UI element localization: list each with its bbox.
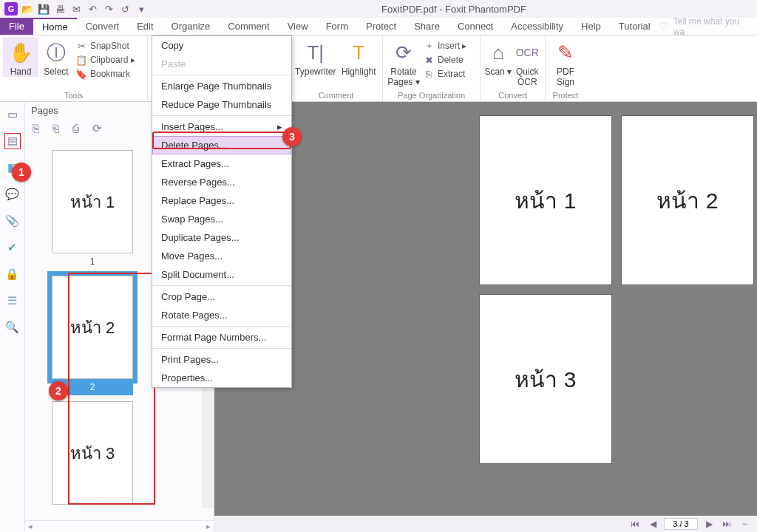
context-menu: Copy Paste Enlarge Page Thumbnails Reduc…: [152, 35, 292, 388]
work-area: ▭ ▤ ◧ 💬 📎 ✔ 🔒 ☰ 🔍 Pages ⎘ ⎗ ⎙ ⟳ หน้า 1 1…: [0, 102, 757, 532]
snapshot-button[interactable]: ✂SnapShot: [74, 39, 137, 52]
ctx-enlarge-thumbs[interactable]: Enlarge Page Thumbnails: [152, 77, 291, 95]
save-icon[interactable]: 💾: [37, 2, 50, 16]
thumbnail-1[interactable]: หน้า 1: [52, 150, 133, 253]
hand-button[interactable]: ✋ Hand: [3, 37, 38, 77]
snapshot-icon: ✂: [75, 40, 87, 52]
ctx-copy[interactable]: Copy: [152, 36, 291, 55]
signatures-panel-icon[interactable]: ✔: [4, 239, 21, 256]
tab-comment[interactable]: Comment: [219, 18, 278, 35]
page-3[interactable]: หน้า 3: [479, 294, 612, 464]
pdf-sign-button[interactable]: ✎PDF Sign: [549, 37, 583, 87]
clipboard-button[interactable]: 📋Clipboard ▸: [74, 53, 137, 66]
tab-view[interactable]: View: [279, 18, 317, 35]
scan-icon: ⌂: [483, 38, 513, 66]
rotate-page-icon[interactable]: ⟳: [92, 122, 102, 135]
scan-button[interactable]: ⌂Scan ▾: [483, 37, 513, 77]
tell-me-search[interactable]: ♡ Tell me what you wa: [659, 18, 757, 35]
scroll-right-icon[interactable]: ▸: [206, 522, 211, 531]
pages-panel-icon[interactable]: ▤: [4, 133, 21, 149]
ocr-icon: OCR: [513, 38, 543, 66]
submenu-arrow-icon: ▸: [277, 121, 282, 132]
zoom-out-icon[interactable]: −: [738, 519, 751, 529]
tab-file[interactable]: File: [0, 18, 33, 35]
tab-home[interactable]: Home: [33, 18, 77, 35]
ctx-swap-pages[interactable]: Swap Pages...: [152, 210, 291, 228]
page-number-input[interactable]: [664, 518, 698, 530]
redo-icon[interactable]: ↷: [102, 2, 115, 16]
document-canvas[interactable]: หน้า 1 หน้า 2 หน้า 3 ⏮ ◀ ▶ ⏭ −: [214, 102, 757, 532]
print-icon[interactable]: 🖶: [53, 2, 67, 16]
status-bar: ⏮ ◀ ▶ ⏭ −: [214, 516, 757, 532]
ctx-replace-pages[interactable]: Replace Pages...: [152, 191, 291, 210]
open-icon[interactable]: 📂: [21, 2, 34, 16]
next-page-icon[interactable]: ▶: [702, 519, 716, 529]
highlight-button[interactable]: THighlight: [338, 37, 379, 77]
hand-label: Hand: [3, 66, 38, 77]
ctx-rotate-pages[interactable]: Rotate Pages...: [152, 306, 291, 324]
window-title: FoxitPDF.pdf - Foxit PhantomPDF: [151, 4, 757, 15]
quick-ocr-button[interactable]: OCRQuick OCR: [513, 37, 543, 87]
extract-pages-button[interactable]: ⎘Extract: [421, 67, 468, 81]
tab-form[interactable]: Form: [317, 18, 357, 35]
ctx-duplicate-pages[interactable]: Duplicate Pages...: [152, 228, 291, 247]
protect-group-label: Protect: [549, 91, 583, 101]
ctx-reverse-pages[interactable]: Reverse Pages...: [152, 173, 291, 191]
tab-accessibility[interactable]: Accessibility: [502, 18, 572, 35]
callout-2: 2: [49, 381, 68, 400]
tab-protect[interactable]: Protect: [357, 18, 405, 35]
last-page-icon[interactable]: ⏭: [720, 519, 733, 529]
highlight-icon: T: [338, 38, 379, 66]
page-1[interactable]: หน้า 1: [479, 115, 612, 285]
insert-page-icon[interactable]: ⎘: [33, 122, 39, 135]
typewriter-icon: T|: [293, 38, 338, 66]
extract-page-icon[interactable]: ⎙: [72, 122, 79, 135]
quick-access-toolbar: G 📂 💾 🖶 ✉ ↶ ↷ ↺ ▾ FoxitPDF.pdf - Foxit P…: [0, 0, 757, 18]
ctx-paste: Paste: [152, 55, 291, 73]
hand-small-icon[interactable]: ↺: [118, 2, 132, 16]
fields-panel-icon[interactable]: ☰: [4, 293, 21, 309]
tab-connect[interactable]: Connect: [449, 18, 502, 35]
attachments-panel-icon[interactable]: 📎: [4, 213, 21, 229]
ctx-crop-page[interactable]: Crop Page...: [152, 287, 291, 306]
search-panel-icon[interactable]: 🔍: [4, 319, 21, 335]
prev-page-icon[interactable]: ◀: [646, 519, 659, 529]
scroll-left-icon[interactable]: ◂: [28, 522, 33, 531]
tab-tutorial[interactable]: Tutorial: [610, 18, 659, 35]
ctx-delete-pages[interactable]: Delete Pages...: [152, 136, 291, 154]
first-page-icon[interactable]: ⏮: [628, 519, 642, 529]
hand-icon: ✋: [3, 38, 38, 66]
undo-icon[interactable]: ↶: [86, 2, 99, 16]
typewriter-button[interactable]: T|Typewriter: [293, 37, 338, 77]
tab-convert[interactable]: Convert: [77, 18, 129, 35]
bookmark-button[interactable]: 🔖Bookmark: [74, 67, 137, 81]
tab-share[interactable]: Share: [405, 18, 449, 35]
delete-pages-button[interactable]: ✖Delete: [421, 53, 468, 66]
insert-pages-button[interactable]: ＋Insert ▸: [421, 39, 468, 52]
ctx-format-page-numbers[interactable]: Format Page Numbers...: [152, 328, 291, 347]
page-2[interactable]: หน้า 2: [621, 115, 754, 285]
menubar: File Home Convert Edit Organize Comment …: [0, 18, 757, 35]
tab-help[interactable]: Help: [572, 18, 610, 35]
security-panel-icon[interactable]: 🔒: [4, 266, 21, 282]
comments-panel-icon[interactable]: 💬: [4, 186, 21, 202]
select-button[interactable]: Ⓘ Select: [38, 37, 74, 77]
thumbnail-2[interactable]: หน้า 2: [52, 276, 133, 379]
ctx-print-pages[interactable]: Print Pages...: [152, 350, 291, 369]
ctx-insert-pages[interactable]: Insert Pages...▸: [152, 117, 291, 136]
thumbnail-3[interactable]: หน้า 3: [52, 401, 133, 505]
ctx-reduce-thumbs[interactable]: Reduce Page Thumbnails: [152, 95, 291, 114]
tools-group-label: Tools: [3, 91, 144, 101]
bookmarks-panel-icon[interactable]: ▭: [4, 106, 21, 123]
tab-organize[interactable]: Organize: [163, 18, 220, 35]
ctx-split-document[interactable]: Split Document...: [152, 265, 291, 284]
ctx-properties[interactable]: Properties...: [152, 369, 291, 387]
delete-page-icon[interactable]: ⎗: [52, 122, 59, 135]
rotate-pages-button[interactable]: ⟳Rotate Pages ▾: [386, 37, 421, 87]
tab-edit[interactable]: Edit: [128, 18, 162, 35]
dropdown-icon[interactable]: ▾: [135, 2, 148, 16]
ctx-move-pages[interactable]: Move Pages...: [152, 247, 291, 265]
ctx-extract-pages[interactable]: Extract Pages...: [152, 154, 291, 173]
callout-3: 3: [282, 127, 302, 146]
email-icon[interactable]: ✉: [69, 2, 83, 16]
